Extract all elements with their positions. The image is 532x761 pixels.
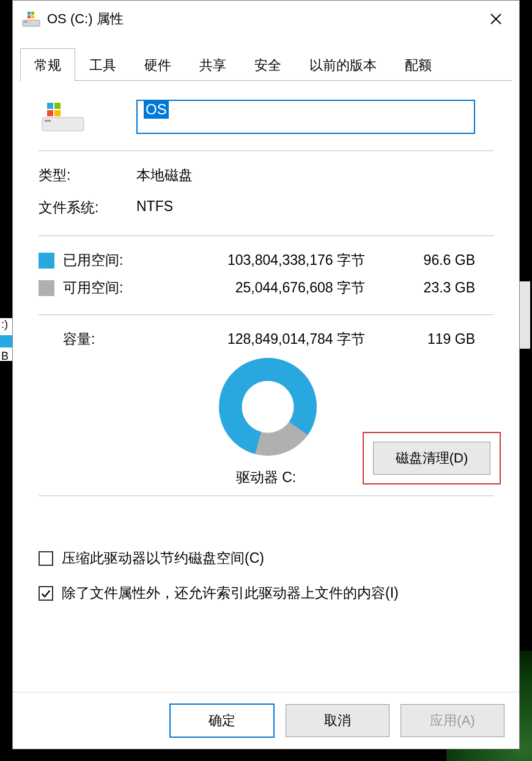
tab-previous[interactable]: 以前的版本	[295, 48, 391, 81]
compress-checkbox[interactable]	[39, 551, 53, 566]
svg-rect-0	[23, 20, 40, 26]
window-title: OS (C:) 属性	[47, 10, 481, 28]
cleanup-highlight: 磁盘清理(D)	[363, 432, 501, 484]
free-gb: 23.3 GB	[390, 280, 493, 296]
tab-security[interactable]: 安全	[240, 48, 295, 81]
free-label: 可用空间:	[63, 278, 149, 297]
tab-general[interactable]: 常规	[20, 48, 75, 81]
properties-dialog: OS (C:) 属性 常规 工具 硬件 共享 安全 以前的版本 配额	[12, 0, 520, 749]
svg-rect-1	[24, 21, 28, 23]
svg-rect-11	[54, 103, 61, 109]
fs-label: 文件系统:	[39, 198, 136, 217]
titlebar: OS (C:) 属性	[13, 1, 519, 37]
drive-name-value: OS	[144, 100, 169, 119]
used-color-swatch	[39, 253, 54, 269]
type-value: 本地磁盘	[136, 166, 193, 185]
background-left-sliver: :) B	[0, 318, 12, 361]
svg-rect-2	[28, 12, 31, 15]
usage-donut-chart	[216, 355, 320, 459]
free-color-swatch	[39, 280, 54, 296]
close-icon	[490, 13, 502, 25]
svg-rect-8	[42, 117, 84, 131]
svg-rect-9	[45, 120, 51, 122]
divider	[39, 314, 493, 315]
cancel-label: 取消	[324, 711, 351, 730]
disk-cleanup-button[interactable]: 磁盘清理(D)	[373, 442, 490, 475]
svg-rect-5	[31, 15, 34, 18]
divider	[39, 236, 493, 236]
fs-value: NTFS	[136, 198, 173, 217]
ok-label: 确定	[209, 711, 235, 730]
check-icon	[40, 588, 51, 599]
divider	[39, 150, 493, 151]
close-button[interactable]	[481, 4, 511, 34]
drive-icon	[39, 99, 87, 135]
used-gb: 96.6 GB	[390, 252, 493, 269]
tab-sharing[interactable]: 共享	[185, 48, 240, 81]
svg-rect-12	[47, 110, 53, 116]
tab-quota[interactable]: 配额	[391, 48, 446, 81]
tab-content: OS 类型: 本地磁盘 文件系统: NTFS 已用空间: 103,804,338…	[13, 81, 519, 603]
tab-tools[interactable]: 工具	[75, 48, 130, 81]
disk-cleanup-label: 磁盘清理(D)	[396, 449, 468, 467]
type-label: 类型:	[39, 166, 136, 185]
used-bytes: 103,804,338,176 字节	[149, 251, 390, 270]
index-checkbox[interactable]	[39, 586, 53, 601]
drive-title-icon	[21, 9, 41, 29]
ok-button[interactable]: 确定	[169, 703, 275, 738]
free-bytes: 25,044,676,608 字节	[149, 278, 390, 297]
svg-rect-3	[31, 12, 34, 15]
svg-rect-13	[54, 110, 61, 116]
divider	[39, 496, 493, 496]
used-label: 已用空间:	[63, 251, 149, 270]
apply-label: 应用(A)	[430, 711, 475, 730]
capacity-bytes: 128,849,014,784 字节	[149, 330, 390, 349]
dialog-footer: 确定 取消 应用(A)	[13, 692, 519, 749]
svg-rect-10	[47, 103, 53, 109]
tabstrip: 常规 工具 硬件 共享 安全 以前的版本 配额	[13, 37, 519, 81]
drive-name-input[interactable]: OS	[136, 100, 475, 134]
background-right-scrollbar	[520, 281, 530, 349]
tab-hardware[interactable]: 硬件	[130, 48, 185, 81]
svg-rect-4	[28, 15, 31, 18]
index-label: 除了文件属性外，还允许索引此驱动器上文件的内容(I)	[62, 584, 399, 603]
apply-button[interactable]: 应用(A)	[401, 704, 504, 737]
cancel-button[interactable]: 取消	[286, 704, 390, 737]
capacity-gb: 119 GB	[390, 331, 493, 347]
compress-label: 压缩此驱动器以节约磁盘空间(C)	[62, 549, 264, 568]
capacity-label: 容量:	[63, 330, 149, 349]
